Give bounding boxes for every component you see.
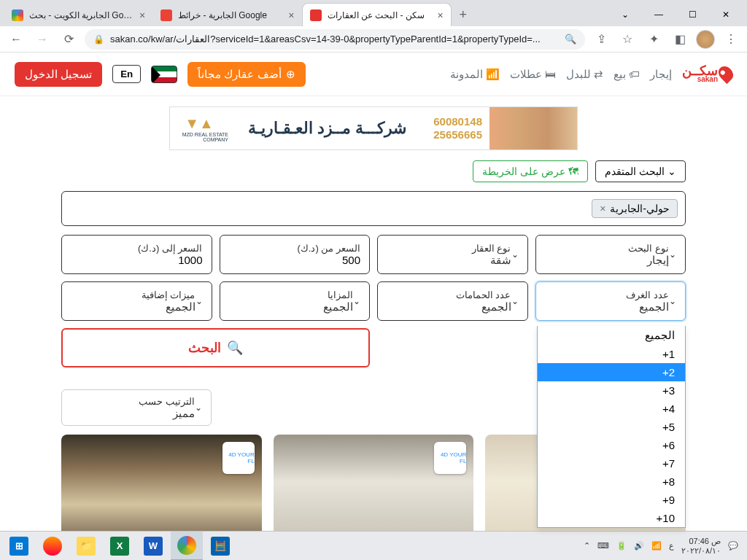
taskbar-excel[interactable]: X	[104, 532, 136, 561]
map-view-button[interactable]: 🗺عرض على الخريطة	[473, 160, 588, 182]
share-icon[interactable]: ⇪	[591, 29, 611, 50]
menu-icon[interactable]: ⋮	[721, 29, 741, 50]
search-icon: 🔍	[227, 340, 243, 356]
remove-tag-icon[interactable]: ×	[600, 203, 605, 214]
ad-banner-area: 60080148 25656665 شركـــة مــزد العـقـار…	[0, 96, 747, 160]
nav-vacations[interactable]: 🛏عطلات	[510, 68, 556, 81]
tray-volume-icon[interactable]: 🔊	[634, 541, 644, 551]
search-button[interactable]: 🔍البحث	[61, 328, 370, 368]
chevron-down-icon: ⌄	[669, 249, 676, 260]
browser-tabs-bar: الجابرية الكويت - بحث Google × الجابرية …	[0, 0, 747, 26]
window-minimize-icon[interactable]: —	[642, 3, 676, 26]
sakan-favicon	[310, 9, 322, 21]
url-input[interactable]: 🔒 sakan.co/kw/ar/العقارات?serviceId=1&ar…	[85, 29, 585, 50]
filter-rooms[interactable]: ⌄ عدد الغرفالجميع الجميع1+2+3+4+5+6+7+8+…	[535, 281, 686, 321]
taskbar-explorer[interactable]: 📁	[70, 532, 102, 561]
browser-tab[interactable]: الجابرية - خرائط Google ×	[152, 3, 302, 26]
rooms-option[interactable]: 2+	[538, 363, 685, 381]
taskbar-word[interactable]: W	[137, 532, 169, 561]
advanced-search-button[interactable]: ⌄البحث المتقدم	[595, 160, 686, 182]
nav-sale[interactable]: 🏷بيع	[614, 68, 640, 81]
tab-close-icon[interactable]: ×	[139, 9, 145, 21]
area-tags-box[interactable]: حولي-الجابرية ×	[61, 191, 686, 226]
rooms-option[interactable]: 5+	[538, 418, 685, 436]
search-in-page-icon[interactable]: 🔍	[565, 34, 576, 44]
browser-tab-active[interactable]: سكن - البحث عن العقارات ×	[302, 3, 452, 26]
rooms-option[interactable]: 6+	[538, 436, 685, 454]
filter-price-from[interactable]: السعر من (د.ك)	[220, 235, 371, 274]
agency-badge: 4D YOUR FL	[434, 442, 466, 474]
rooms-option[interactable]: 4+	[538, 400, 685, 418]
chevron-down-icon: ⌄	[511, 249, 519, 260]
rooms-option[interactable]: 9+	[538, 491, 685, 509]
tab-close-icon[interactable]: ×	[288, 9, 294, 21]
ad-banner[interactable]: 60080148 25656665 شركـــة مــزد العـقـار…	[169, 106, 578, 150]
extensions-icon[interactable]: ✦	[643, 29, 664, 50]
filter-bathrooms[interactable]: ⌄ عدد الحماماتالجميع	[377, 281, 528, 321]
chevron-down-icon: ⌄	[511, 296, 519, 306]
nav-rent[interactable]: إيجار	[650, 68, 672, 81]
back-button[interactable]: ←	[6, 29, 26, 50]
site-logo[interactable]: سكــنsakan	[682, 66, 732, 82]
system-tray[interactable]: ⌃ ⌨ 🔋 🔊 📶 ع 07:46 ص ٢٠٢٢/٠٨/١٠ 💬	[578, 537, 744, 554]
price-from-input[interactable]	[229, 254, 361, 266]
rooms-option[interactable]: 8+	[538, 472, 685, 491]
windows-taskbar: ⊞ 📁 X W 🧮 ⌃ ⌨ 🔋 🔊 📶 ع 07:46 ص ٢٠٢٢/٠٨/١٠…	[0, 531, 747, 560]
nav-blog[interactable]: 📶المدونة	[450, 68, 500, 81]
tab-close-icon[interactable]: ×	[438, 9, 444, 21]
agency-badge: 4D YOUR FL	[222, 442, 255, 474]
filter-price-to[interactable]: السعر إلى (د.ك)	[61, 235, 212, 274]
login-button[interactable]: تسجيل الدخول	[15, 62, 102, 87]
banner-image	[489, 107, 577, 149]
filter-extras[interactable]: ⌄ ميزات إضافيةالجميع	[61, 281, 212, 321]
rooms-option[interactable]: الجميع	[538, 326, 685, 345]
nav-exchange[interactable]: ⇄للبدل	[566, 68, 603, 81]
chevron-down-icon: ⌄	[353, 296, 360, 306]
rooms-dropdown[interactable]: الجميع1+2+3+4+5+6+7+8+9+10+	[537, 326, 686, 528]
forward-button[interactable]: →	[32, 29, 53, 50]
tray-wifi-icon[interactable]: 📶	[651, 541, 662, 551]
filter-search-type[interactable]: ⌄ نوع البحثإيجار	[535, 235, 686, 274]
filter-features[interactable]: ⌄ المزاياالجميع	[220, 281, 371, 321]
taskbar-calculator[interactable]: 🧮	[204, 532, 236, 561]
taskbar-firefox[interactable]	[36, 532, 69, 561]
tray-clock[interactable]: 07:46 ص ٢٠٢٢/٠٨/١٠	[681, 537, 721, 554]
reload-button[interactable]: ⟳	[58, 29, 79, 50]
exchange-icon: ⇄	[594, 68, 603, 81]
map-icon: 🗺	[568, 166, 578, 177]
sidepanel-icon[interactable]: ◧	[670, 29, 690, 50]
banner-company-logo: ▲▼ MZD REAL ESTATE COMPANY	[170, 107, 228, 149]
rooms-option[interactable]: 1+	[538, 345, 685, 363]
tray-language[interactable]: ع	[669, 541, 674, 551]
tray-keyboard-icon[interactable]: ⌨	[597, 541, 609, 551]
window-maximize-icon[interactable]: ☐	[676, 3, 709, 26]
window-close-icon[interactable]: ✕	[709, 3, 743, 26]
window-min-icon[interactable]: ⌄	[608, 3, 642, 26]
new-tab-button[interactable]: +	[452, 3, 475, 26]
filter-property-type[interactable]: ⌄ نوع العقارشقة	[377, 235, 528, 274]
site-header: سكــنsakan إيجار 🏷بيع ⇄للبدل 🛏عطلات 📶الم…	[0, 52, 747, 96]
window-controls: ⌄ — ☐ ✕	[608, 3, 743, 26]
browser-tab[interactable]: الجابرية الكويت - بحث Google ×	[4, 3, 153, 26]
tray-overflow-icon[interactable]: ⌃	[584, 541, 590, 551]
plus-circle-icon: ⊕	[286, 68, 295, 81]
area-tag[interactable]: حولي-الجابرية ×	[592, 199, 678, 218]
language-button[interactable]: En	[112, 65, 141, 83]
start-button[interactable]: ⊞	[3, 532, 35, 561]
rooms-option[interactable]: 10+	[538, 509, 685, 527]
profile-avatar[interactable]	[696, 30, 715, 49]
sort-dropdown[interactable]: ⌄ الترتيب حسبمميز	[61, 389, 212, 426]
tray-battery-icon[interactable]: 🔋	[616, 541, 627, 551]
price-to-input[interactable]	[71, 254, 203, 266]
taskbar-chrome[interactable]	[171, 532, 203, 561]
tab-title: الجابرية - خرائط Google	[178, 10, 282, 20]
google-favicon	[12, 9, 23, 21]
rooms-option[interactable]: 3+	[538, 381, 685, 400]
rooms-option[interactable]: 7+	[538, 454, 685, 472]
country-flag-kw[interactable]	[151, 66, 177, 83]
bookmark-icon[interactable]: ☆	[617, 29, 638, 50]
url-text: sakan.co/kw/ar/العقارات?serviceId=1&area…	[110, 34, 559, 44]
add-property-button[interactable]: ⊕أضف عقارك مجاناً	[187, 62, 305, 87]
tray-notifications-icon[interactable]: 💬	[728, 541, 738, 551]
logo-pin-icon	[716, 63, 736, 84]
